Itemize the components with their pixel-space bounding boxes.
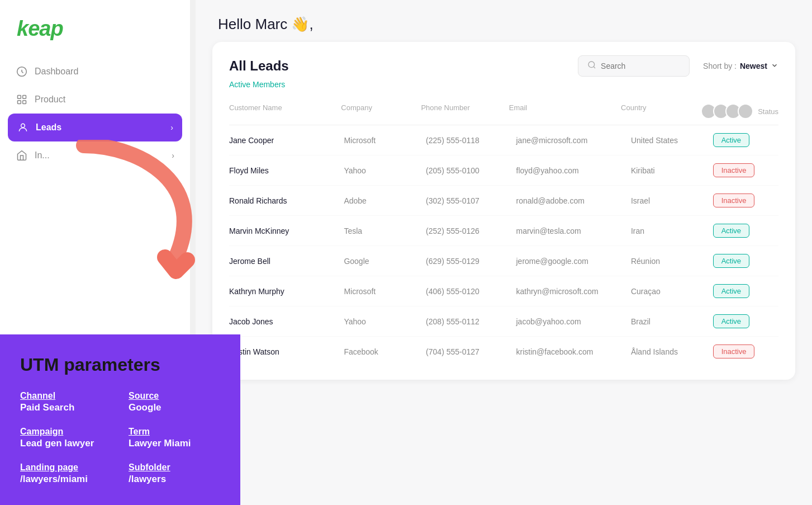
utm-field: Landing page /lawyers/miami	[20, 462, 112, 485]
table-row[interactable]: Jacob Jones Yahoo (208) 555-0112 jacob@y…	[229, 306, 778, 337]
sidebar-item-inbox-label: In...	[35, 150, 50, 161]
col-header-company: Company	[341, 103, 421, 119]
cell-email: jerome@google.com	[516, 257, 631, 266]
cell-company: Yahoo	[344, 166, 426, 175]
cell-company: Yahoo	[344, 317, 426, 326]
sidebar-item-dashboard[interactable]: Dashboard	[0, 58, 190, 86]
logo-area: keap	[0, 0, 190, 52]
table-row[interactable]: Kristin Watson Facebook (704) 555-0127 k…	[229, 337, 778, 366]
search-input[interactable]	[601, 62, 679, 70]
cell-phone: (225) 555-0118	[426, 136, 516, 145]
utm-field-label: Term	[129, 427, 220, 437]
search-sort-area: Short by : Newest	[578, 55, 778, 77]
svg-point-5	[21, 124, 25, 128]
cell-company: Adobe	[344, 196, 426, 205]
table-row[interactable]: Jerome Bell Google (629) 555-0129 jerome…	[229, 246, 778, 276]
dashboard-icon	[16, 65, 28, 78]
cell-phone: (208) 555-0112	[426, 317, 516, 326]
sidebar-item-dashboard-label: Dashboard	[35, 67, 78, 77]
cell-company: Google	[344, 257, 426, 266]
active-members-link[interactable]: Active Members	[229, 80, 778, 89]
inbox-chevron-icon: ›	[172, 151, 174, 160]
utm-field-value: /lawyers	[129, 474, 220, 485]
sidebar-item-leads[interactable]: Leads ›	[8, 114, 182, 141]
utm-field-label: Channel	[20, 391, 112, 401]
logo: keap	[17, 17, 173, 41]
status-badge: Active	[713, 314, 749, 328]
cell-company: Facebook	[344, 347, 426, 356]
leads-icon	[17, 121, 29, 134]
cell-status: Active	[713, 314, 778, 328]
cell-name: Jacob Jones	[229, 317, 344, 326]
cell-email: kristin@facebook.com	[516, 347, 631, 356]
utm-field-value: Lawyer Miami	[129, 438, 220, 449]
cell-email: kathryn@microsoft.com	[516, 287, 631, 296]
cell-status: Active	[713, 224, 778, 238]
table-row[interactable]: Jane Cooper Microsoft (225) 555-0118 jan…	[229, 125, 778, 155]
svg-point-6	[588, 62, 595, 68]
table-row[interactable]: Ronald Richards Adobe (302) 555-0107 ron…	[229, 186, 778, 216]
utm-field-label: Subfolder	[129, 462, 220, 473]
cell-name: Jerome Bell	[229, 257, 344, 266]
cell-status: Inactive	[713, 163, 778, 177]
inbox-icon	[16, 149, 28, 162]
status-badge: Inactive	[713, 344, 755, 358]
cell-name: Kathryn Murphy	[229, 287, 344, 296]
utm-field-label: Campaign	[20, 427, 112, 437]
cell-status: Active	[713, 133, 778, 147]
cell-country: Israel	[631, 196, 713, 205]
sidebar-item-product[interactable]: Product	[0, 86, 190, 114]
utm-field-value: /lawyers/miami	[20, 474, 112, 485]
sidebar-item-inbox[interactable]: In... ›	[0, 141, 190, 169]
cell-country: Réunion	[631, 257, 713, 266]
status-badge: Active	[713, 254, 749, 268]
utm-title: UTM parameters	[20, 352, 160, 377]
sort-chevron-icon	[771, 62, 778, 71]
utm-field: Source Google	[129, 391, 220, 413]
cell-country: Brazil	[631, 317, 713, 326]
leads-header: All Leads Short by : Newest	[229, 55, 778, 77]
svg-rect-3	[18, 101, 21, 104]
status-badge: Active	[713, 284, 749, 298]
sidebar-item-product-label: Product	[35, 95, 65, 105]
svg-rect-1	[18, 96, 21, 99]
nav-items: Dashboard Product Leads ›	[0, 52, 190, 175]
utm-field: Channel Paid Search	[20, 391, 112, 413]
col-header-status: Status	[701, 103, 778, 119]
cell-country: Curaçao	[631, 287, 713, 296]
cell-email: jacob@yahoo.com	[516, 317, 631, 326]
cell-email: ronald@adobe.com	[516, 196, 631, 205]
utm-grid: Channel Paid Search Source Google Campai…	[20, 391, 220, 485]
cell-country: Iran	[631, 226, 713, 235]
sidebar-item-leads-label: Leads	[36, 122, 61, 133]
sort-control[interactable]: Short by : Newest	[703, 62, 778, 71]
col-header-phone: Phone Number	[421, 103, 509, 119]
cell-country: United States	[631, 136, 713, 145]
status-badge: Inactive	[713, 163, 755, 177]
utm-field: Subfolder /lawyers	[129, 462, 220, 485]
search-box[interactable]	[578, 55, 690, 77]
utm-field: Campaign Lead gen lawyer	[20, 427, 112, 449]
cell-phone: (205) 555-0100	[426, 166, 516, 175]
utm-field-label: Source	[129, 391, 220, 401]
product-icon	[16, 93, 28, 106]
sort-label: Short by :	[703, 62, 737, 70]
col-header-name: Customer Name	[229, 103, 341, 119]
leads-title: All Leads	[229, 58, 289, 74]
sort-value: Newest	[740, 62, 767, 70]
cell-name: Marvin McKinney	[229, 226, 344, 235]
cell-status: Inactive	[713, 344, 778, 358]
avatar	[738, 103, 753, 119]
cell-status: Inactive	[713, 193, 778, 207]
col-header-country: Country	[621, 103, 701, 119]
svg-rect-4	[23, 101, 26, 104]
cell-company: Microsoft	[344, 287, 426, 296]
main-content: Hello Marc 👋, All Leads Short by : Newes…	[196, 0, 812, 505]
cell-company: Tesla	[344, 226, 426, 235]
table-row[interactable]: Kathryn Murphy Microsoft (406) 555-0120 …	[229, 276, 778, 306]
cell-email: jane@microsoft.com	[516, 136, 631, 145]
table-row[interactable]: Floyd Miles Yahoo (205) 555-0100 floyd@y…	[229, 155, 778, 186]
table-row[interactable]: Marvin McKinney Tesla (252) 555-0126 mar…	[229, 216, 778, 246]
svg-rect-2	[23, 96, 26, 99]
leads-chevron-icon: ›	[170, 123, 173, 132]
